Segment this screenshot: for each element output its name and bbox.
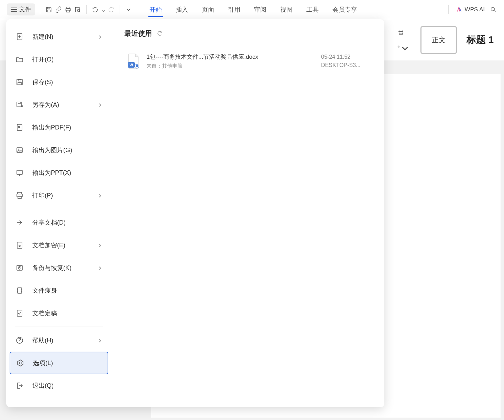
file-menu-finalize[interactable]: 文档定稿 <box>10 302 108 325</box>
link-icon[interactable] <box>55 6 62 13</box>
file-menu-label: 文档定稿 <box>32 309 103 317</box>
file-menu-export-pdf[interactable]: 输出为PDF(F) <box>10 116 108 139</box>
file-menu-label: 文件 <box>19 5 31 13</box>
file-menu-label: 保存(S) <box>32 78 103 86</box>
svg-rect-22 <box>18 196 21 198</box>
svg-rect-14 <box>18 82 21 85</box>
settings-icon <box>16 359 25 367</box>
text-width-icon[interactable] <box>397 29 405 37</box>
file-menu-label: 输出为PDF(F) <box>32 123 103 132</box>
file-menu-label: 备份与恢复(K) <box>32 264 98 272</box>
ribbon-tabs: 开始 插入 页面 引用 审阅 视图 工具 会员专享 <box>148 1 359 19</box>
print-icon <box>15 191 24 200</box>
file-menu-label: 打开(O) <box>32 55 103 64</box>
svg-rect-26 <box>18 288 22 293</box>
tab-page[interactable]: 页面 <box>200 1 216 19</box>
svg-rect-17 <box>17 148 22 152</box>
svg-rect-2 <box>47 10 50 12</box>
print-icon[interactable] <box>64 6 72 13</box>
chevron-right-icon <box>98 338 103 343</box>
tab-member[interactable]: 会员专享 <box>331 1 359 19</box>
checkmark-doc-icon <box>15 309 24 318</box>
tab-reference[interactable]: 引用 <box>227 1 242 19</box>
file-menu-encrypt[interactable]: 文档加密(E) <box>10 234 108 257</box>
file-menu-open[interactable]: 打开(O) <box>10 48 108 71</box>
file-menu-button[interactable]: 文件 <box>7 3 35 15</box>
tab-home[interactable]: 开始 <box>148 1 163 19</box>
recent-time: 05-24 11:52 <box>321 54 369 60</box>
file-menu-share[interactable]: 分享文档(D) <box>10 211 108 234</box>
docx-file-icon: W <box>127 53 140 69</box>
wps-ai-label: WPS AI <box>464 6 485 13</box>
hamburger-icon <box>11 8 17 12</box>
more-dropdown[interactable] <box>125 6 132 13</box>
file-menu-backup[interactable]: 备份与恢复(K) <box>10 257 108 279</box>
refresh-icon[interactable] <box>157 30 164 37</box>
recent-header: 最近使用 <box>124 29 372 38</box>
file-menu-label: 文件瘦身 <box>32 286 103 295</box>
toolbar-divider <box>414 28 414 52</box>
svg-rect-6 <box>75 7 79 12</box>
save-icon[interactable] <box>45 6 53 13</box>
file-menu-label: 文档加密(E) <box>32 241 98 249</box>
tab-review[interactable]: 审阅 <box>253 1 268 19</box>
toolbar-right: WPS AI <box>446 5 497 14</box>
chevron-right-icon <box>98 243 103 248</box>
tab-view[interactable]: 视图 <box>279 1 294 19</box>
open-folder-icon <box>15 55 24 64</box>
export-pdf-icon <box>15 123 24 132</box>
svg-rect-10 <box>398 46 399 47</box>
chevron-right-icon <box>98 102 103 107</box>
toolbar-divider <box>86 5 87 14</box>
chevron-right-icon <box>98 193 103 198</box>
lock-icon <box>15 241 24 250</box>
recent-file-item[interactable]: W 1包----商务技术文件...节活动奖品供应.docx 来自：其他电脑 05… <box>124 48 372 74</box>
save-icon <box>15 78 24 87</box>
file-menu-exit[interactable]: 退出(Q) <box>10 374 108 397</box>
svg-rect-19 <box>17 170 22 174</box>
save-as-icon <box>15 100 24 109</box>
svg-rect-5 <box>67 10 69 12</box>
svg-rect-9 <box>399 33 403 34</box>
redo-icon[interactable] <box>107 6 115 13</box>
tab-tools[interactable]: 工具 <box>305 1 320 19</box>
file-menu-save[interactable]: 保存(S) <box>10 71 108 93</box>
recent-file-meta: 05-24 11:52 DESKTOP-S3... <box>321 54 369 68</box>
file-menu-new[interactable]: 新建(N) <box>10 25 108 48</box>
file-menu-slim[interactable]: 文件瘦身 <box>10 279 108 302</box>
file-menu-save-as[interactable]: 另存为(A) <box>10 93 108 116</box>
file-menu-label: 帮助(H) <box>32 336 98 344</box>
text-tool-dropdown[interactable] <box>397 43 405 50</box>
file-menu-export-image[interactable]: 输出为图片(G) <box>10 139 108 161</box>
new-file-icon <box>15 32 24 41</box>
recent-title: 最近使用 <box>124 29 152 38</box>
export-image-icon <box>15 146 24 155</box>
chevron-right-icon <box>98 34 103 39</box>
file-menu-help[interactable]: 帮助(H) <box>10 329 108 352</box>
undo-icon[interactable] <box>91 6 99 13</box>
svg-rect-15 <box>17 102 22 107</box>
file-menu-label: 输出为图片(G) <box>32 146 103 154</box>
tab-insert[interactable]: 插入 <box>174 1 189 19</box>
svg-marker-29 <box>18 360 23 366</box>
menu-divider <box>15 209 103 209</box>
help-icon <box>15 336 24 345</box>
svg-rect-3 <box>66 7 70 8</box>
file-menu-print[interactable]: 打印(P) <box>10 184 108 207</box>
menu-divider <box>15 327 103 327</box>
file-menu-options[interactable]: 选项(L) <box>10 352 108 374</box>
file-menu-export-ppt[interactable]: 输出为PPT(X) <box>10 161 108 184</box>
print-preview-icon[interactable] <box>74 6 81 13</box>
svg-rect-13 <box>18 79 21 81</box>
svg-point-30 <box>19 362 21 364</box>
toolbar-divider <box>448 5 449 14</box>
style-heading-1[interactable]: 标题 1 <box>460 33 500 46</box>
file-menu-label: 打印(P) <box>32 191 98 200</box>
undo-dropdown[interactable] <box>101 8 105 11</box>
wps-ai-button[interactable]: WPS AI <box>456 6 485 13</box>
search-icon[interactable] <box>490 6 497 13</box>
style-normal[interactable]: 正文 <box>420 26 457 54</box>
file-menu-label: 输出为PPT(X) <box>32 169 103 177</box>
backup-icon <box>15 263 24 272</box>
recent-device: DESKTOP-S3... <box>321 62 369 68</box>
